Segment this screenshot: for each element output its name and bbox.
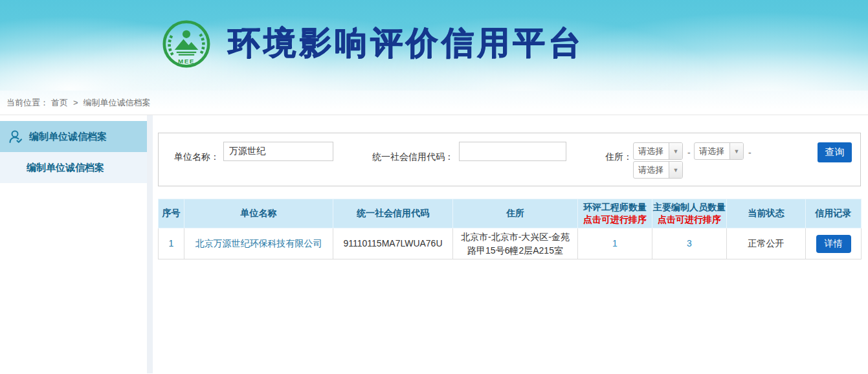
dash-separator: - — [748, 148, 751, 158]
engineer-count-link[interactable]: 1 — [612, 238, 618, 248]
chevron-down-icon[interactable]: ▼ — [669, 143, 682, 159]
company-link[interactable]: 北京万源世纪环保科技有限公司 — [195, 238, 322, 248]
detail-button[interactable]: 详情 — [816, 235, 851, 253]
select-value: 请选择 — [634, 162, 669, 178]
address-province-select[interactable]: 请选择 ▼ — [633, 142, 683, 160]
select-value: 请选择 — [634, 143, 669, 159]
svg-text:MEE: MEE — [178, 58, 195, 65]
site-header: MEE 环境影响评价信用平台 — [0, 0, 868, 91]
header-staff-count-sort[interactable]: 主要编制人员数量 点击可进行排序 — [652, 199, 727, 228]
header-staff-count-label: 主要编制人员数量 — [653, 202, 726, 212]
credit-code-label: 统一社会信用代码： — [372, 150, 454, 163]
header-credit-record: 信用记录 — [806, 199, 862, 228]
header-address: 住所 — [453, 199, 578, 228]
header-status: 当前状态 — [727, 199, 806, 228]
breadcrumb-prefix: 当前位置： — [6, 98, 49, 107]
vertical-divider — [147, 115, 153, 373]
dash-separator: - — [687, 148, 691, 158]
row-seq: 1 — [169, 238, 174, 248]
person-check-icon — [8, 129, 23, 144]
cell-status: 正常公开 — [727, 228, 806, 259]
header-credit-code: 统一社会信用代码 — [333, 199, 453, 228]
select-value: 请选择 — [695, 143, 729, 159]
header-company: 单位名称 — [184, 199, 333, 228]
unit-name-input[interactable] — [223, 142, 333, 161]
site-title: 环境影响评价信用平台 — [228, 23, 584, 62]
credit-code-input[interactable] — [459, 142, 566, 161]
cell-address: 北京市-北京市-大兴区-金苑路甲15号6幢2层A215室 — [453, 228, 578, 259]
cell-staff-count: 3 — [652, 228, 727, 259]
cell-company: 北京万源世纪环保科技有限公司 — [184, 228, 333, 259]
breadcrumb-home-link[interactable]: 首页 — [51, 98, 68, 107]
address-city-select[interactable]: 请选择 ▼ — [694, 142, 744, 160]
search-filter-panel: 单位名称： 统一社会信用代码： 住所： 请选择 ▼ - 请选择 ▼ - 请选择 … — [158, 133, 861, 186]
sort-hint: 点击可进行排序 — [652, 214, 726, 226]
sidebar-item-label: 编制单位诚信档案 — [27, 162, 104, 174]
table-row: 1 北京万源世纪环保科技有限公司 91110115MA7LWUA76U 北京市-… — [159, 228, 862, 259]
header-seq: 序号 — [159, 199, 184, 228]
sidebar-item-archive-sub[interactable]: 编制单位诚信档案 — [0, 152, 147, 183]
sort-hint: 点击可进行排序 — [578, 214, 652, 226]
breadcrumb-separator: > — [73, 98, 78, 107]
sidebar-item-archive-parent[interactable]: 编制单位诚信档案 — [0, 121, 147, 152]
chevron-down-icon[interactable]: ▼ — [729, 143, 743, 159]
query-button[interactable]: 查询 — [818, 142, 852, 162]
header-engineer-count-label: 环评工程师数量 — [583, 202, 647, 212]
mee-logo-icon: MEE — [162, 19, 211, 69]
breadcrumb-current: 编制单位诚信档案 — [83, 98, 151, 107]
breadcrumb: 当前位置：首页>编制单位诚信档案 — [0, 91, 868, 115]
sidebar: 编制单位诚信档案 编制单位诚信档案 — [0, 115, 147, 373]
cell-seq: 1 — [159, 228, 184, 259]
cell-engineer-count: 1 — [578, 228, 652, 259]
staff-count-link[interactable]: 3 — [687, 238, 692, 248]
address-label: 住所： — [605, 150, 632, 163]
unit-name-label: 单位名称： — [174, 150, 219, 163]
results-table: 序号 单位名称 统一社会信用代码 住所 环评工程师数量 点击可进行排序 主要编制… — [158, 199, 862, 259]
table-header-row: 序号 单位名称 统一社会信用代码 住所 环评工程师数量 点击可进行排序 主要编制… — [159, 199, 862, 228]
cell-credit-record: 详情 — [806, 228, 862, 259]
header-engineer-count-sort[interactable]: 环评工程师数量 点击可进行排序 — [578, 199, 652, 228]
sidebar-item-label: 编制单位诚信档案 — [29, 131, 107, 143]
cell-credit-code: 91110115MA7LWUA76U — [333, 228, 453, 259]
address-district-select[interactable]: 请选择 ▼ — [633, 161, 683, 179]
main-content: 单位名称： 统一社会信用代码： 住所： 请选择 ▼ - 请选择 ▼ - 请选择 … — [153, 115, 868, 373]
chevron-down-icon[interactable]: ▼ — [669, 162, 682, 178]
